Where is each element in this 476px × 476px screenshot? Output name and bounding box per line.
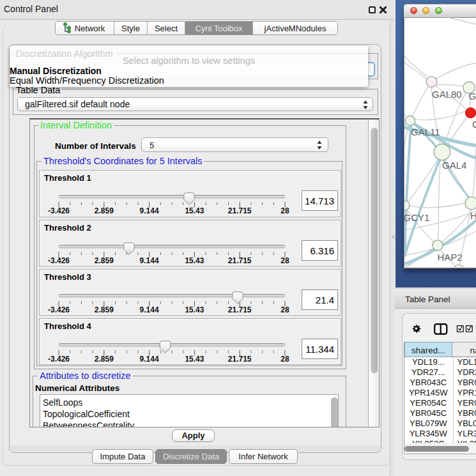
svg-text:GCY1: GCY1 — [404, 212, 429, 223]
svg-text:H: H — [470, 210, 476, 221]
svg-text:HAP2: HAP2 — [438, 252, 463, 263]
svg-text:C: C — [472, 119, 476, 130]
svg-text:GAL4: GAL4 — [442, 160, 466, 171]
svg-text:GAL11: GAL11 — [411, 127, 440, 137]
svg-text:GA: GA — [469, 91, 476, 102]
svg-text:GAL80: GAL80 — [432, 89, 462, 100]
